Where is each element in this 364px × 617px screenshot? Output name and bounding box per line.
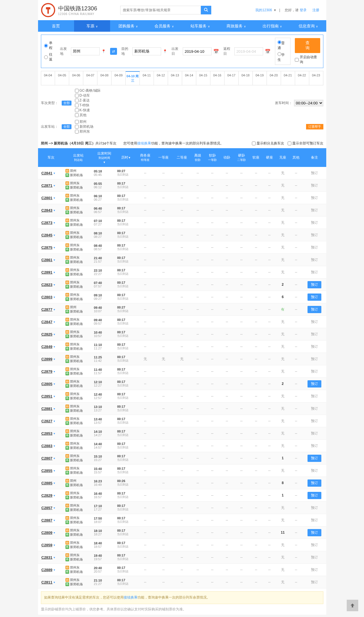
expand-icon[interactable]: ▾ bbox=[54, 308, 55, 311]
expand-icon[interactable]: ▾ bbox=[54, 395, 55, 398]
expand-icon[interactable]: ▾ bbox=[54, 258, 55, 262]
date-tab[interactable]: 04-11 bbox=[140, 71, 154, 85]
expand-icon[interactable]: ▾ bbox=[54, 481, 55, 485]
train-number-link[interactable]: C2811 bbox=[42, 580, 52, 584]
train-number-link[interactable]: C2847 bbox=[42, 320, 52, 324]
date-tab[interactable]: 04-09 bbox=[112, 71, 126, 85]
nav-item[interactable]: 商旅服务∨ bbox=[218, 20, 254, 32]
expand-icon[interactable]: ▾ bbox=[54, 432, 55, 435]
date-tab[interactable]: 04-16 bbox=[210, 71, 225, 85]
date-tab[interactable]: 04-04 bbox=[41, 71, 55, 85]
train-number-link[interactable]: C2809 bbox=[42, 531, 52, 535]
date-tab[interactable]: 04-15 bbox=[196, 71, 210, 85]
nav-item[interactable]: 首页 bbox=[38, 20, 74, 32]
train-number-link[interactable]: C2881 bbox=[42, 407, 52, 411]
train-number-link[interactable]: C2803 bbox=[42, 295, 52, 299]
train-number-link[interactable]: C2827 bbox=[42, 419, 52, 423]
pass-student[interactable]: 学生 bbox=[278, 52, 288, 62]
expand-icon[interactable]: ▾ bbox=[54, 358, 55, 361]
login-link[interactable]: 登录 bbox=[300, 8, 307, 12]
station-checkbox[interactable]: 郑州东 bbox=[75, 129, 93, 134]
book-button[interactable]: 预订 bbox=[308, 479, 321, 487]
calendar-icon[interactable]: 📅 bbox=[265, 49, 271, 54]
train-number-link[interactable]: C2851 bbox=[42, 394, 52, 398]
train-number-link[interactable]: C2845 bbox=[42, 233, 52, 237]
train-number-link[interactable]: C2883 bbox=[42, 444, 52, 448]
book-button[interactable]: 预订 bbox=[308, 529, 321, 536]
train-number-link[interactable]: C2879 bbox=[42, 369, 52, 374]
book-button[interactable]: 预订 bbox=[308, 492, 321, 499]
train-number-link[interactable]: C2885 bbox=[42, 481, 52, 485]
date-tab[interactable]: 04-06 bbox=[69, 71, 83, 85]
train-number-link[interactable]: C2807 bbox=[42, 456, 52, 460]
train-number-link[interactable]: C2843 bbox=[42, 208, 52, 212]
expand-icon[interactable]: ▾ bbox=[54, 494, 55, 497]
station-checkbox[interactable]: 郑州 bbox=[75, 119, 93, 124]
col-header[interactable]: 历时▼ bbox=[116, 148, 136, 167]
book-button[interactable]: 预订 bbox=[308, 281, 321, 288]
train-number-link[interactable]: C2861 bbox=[42, 258, 52, 262]
train-number-link[interactable]: C2805 bbox=[42, 382, 52, 386]
date-tab[interactable]: 04-17 bbox=[225, 71, 239, 85]
query-button[interactable]: 查询 bbox=[295, 38, 320, 53]
expand-icon[interactable]: ▾ bbox=[54, 172, 55, 175]
train-number-link[interactable]: C2825 bbox=[42, 332, 52, 336]
expand-icon[interactable]: ▾ bbox=[54, 568, 55, 571]
train-type-checkbox[interactable]: T-特快 bbox=[75, 103, 101, 108]
nav-item[interactable]: 会员服务∨ bbox=[146, 20, 182, 32]
train-type-checkbox[interactable]: GC-高铁/城际 bbox=[75, 88, 101, 93]
pass-normal[interactable]: 普通 bbox=[278, 40, 288, 50]
date-tab[interactable]: 04-05 bbox=[55, 71, 69, 85]
train-number-link[interactable]: C2891 bbox=[42, 270, 52, 274]
train-type-checkbox[interactable]: K-快速 bbox=[75, 108, 101, 113]
book-button[interactable]: 预订 bbox=[308, 294, 321, 301]
trip-single[interactable]: 单程 bbox=[44, 41, 56, 50]
nav-item[interactable]: 车票∨ bbox=[74, 20, 110, 32]
book-button[interactable]: 预订 bbox=[308, 306, 321, 313]
expand-icon[interactable]: ▾ bbox=[54, 209, 55, 212]
book-button[interactable]: 预订 bbox=[308, 455, 321, 462]
expand-icon[interactable]: ▾ bbox=[54, 581, 55, 584]
col-header[interactable]: 出发时间到达时间▼ bbox=[93, 148, 116, 167]
date-tab[interactable]: 04-07 bbox=[83, 71, 97, 85]
train-number-link[interactable]: C2823 bbox=[42, 283, 52, 287]
to-input[interactable] bbox=[132, 47, 161, 55]
train-number-link[interactable]: C2877 bbox=[42, 307, 52, 312]
expand-icon[interactable]: ▾ bbox=[54, 196, 55, 200]
scroll-top-button[interactable] bbox=[347, 600, 358, 611]
transfer-link[interactable]: 接续换乘 bbox=[124, 595, 137, 599]
train-number-link[interactable]: C2889 bbox=[42, 568, 52, 572]
date-tab[interactable]: 04-08 bbox=[97, 71, 112, 85]
calendar-icon[interactable]: 📅 bbox=[213, 49, 219, 54]
opt-points[interactable]: 显示积分兑换车次 bbox=[252, 141, 284, 146]
expand-icon[interactable]: ▾ bbox=[54, 333, 55, 336]
date-tab[interactable]: 04-18 bbox=[239, 71, 253, 85]
expand-icon[interactable]: ▾ bbox=[54, 556, 55, 559]
date-tab[interactable]: 04-19 bbox=[253, 71, 267, 85]
date-tab[interactable]: 04-13 bbox=[168, 71, 182, 85]
date-tab[interactable]: 04-14 bbox=[182, 71, 196, 85]
expand-icon[interactable]: ▾ bbox=[54, 543, 55, 547]
nav-item[interactable]: 站车服务∨ bbox=[182, 20, 218, 32]
expand-icon[interactable]: ▾ bbox=[54, 184, 55, 187]
train-number-link[interactable]: C2859 bbox=[42, 543, 52, 547]
swap-icon[interactable]: ⇄ bbox=[110, 48, 117, 55]
expand-icon[interactable]: ▾ bbox=[54, 221, 55, 224]
filter-all-tag[interactable]: 全部 bbox=[62, 101, 71, 106]
nav-item[interactable]: 团购服务∨ bbox=[110, 20, 146, 32]
train-number-link[interactable]: C2875 bbox=[42, 245, 52, 250]
train-type-checkbox[interactable]: D-动车 bbox=[75, 93, 101, 98]
train-number-link[interactable]: C2873 bbox=[42, 221, 52, 225]
expand-icon[interactable]: ▾ bbox=[54, 246, 55, 249]
train-number-link[interactable]: C2857 bbox=[42, 506, 52, 510]
expand-icon[interactable]: ▾ bbox=[54, 457, 55, 460]
book-button[interactable]: 预订 bbox=[308, 380, 321, 387]
date-tab[interactable]: 04-23 bbox=[309, 71, 323, 85]
nav-item[interactable]: 信息查询∨ bbox=[290, 20, 326, 32]
trip-round[interactable]: 往返 bbox=[44, 52, 56, 62]
depart-time-select[interactable]: 00:00--24:00 bbox=[294, 100, 323, 106]
nav-item[interactable]: 出行指南∨ bbox=[254, 20, 290, 32]
expand-icon[interactable]: ▾ bbox=[54, 444, 55, 447]
expand-icon[interactable]: ▾ bbox=[54, 234, 55, 237]
expand-icon[interactable]: ▾ bbox=[54, 420, 55, 423]
